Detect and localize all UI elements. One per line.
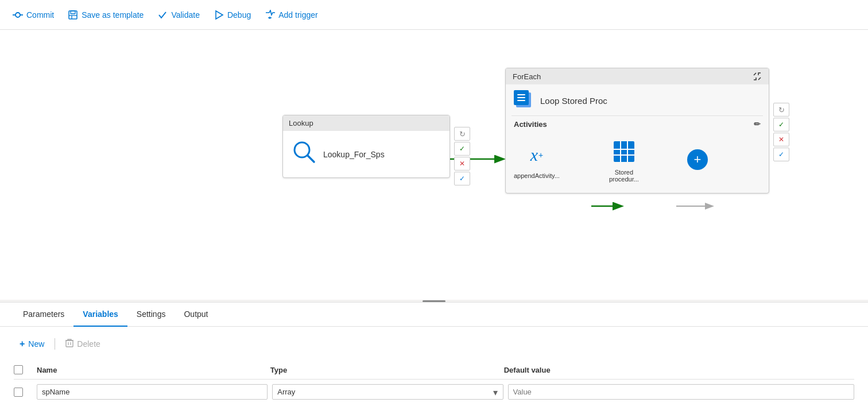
commit-label: Commit (26, 10, 54, 20)
foreach-rotate-btn[interactable]: ↻ (773, 103, 789, 117)
type-select-wrapper: Array String Boolean Integer (272, 384, 503, 400)
foreach-activities-label: Activities ✏ (506, 116, 769, 131)
trigger-icon (265, 10, 275, 20)
foreach-check-btn[interactable]: ✓ (773, 118, 789, 131)
toolbar: Commit Save as template Validate Debug (0, 0, 868, 30)
svg-rect-15 (614, 141, 634, 162)
stored-proc-label: Stored procedur... (601, 169, 647, 183)
plus-icon: + (20, 339, 25, 349)
commit-button[interactable]: Commit (7, 6, 60, 24)
delete-variable-button[interactable]: Delete (60, 335, 106, 353)
divider-handle (423, 300, 445, 302)
foreach-title-row: Loop Stored Proc (506, 84, 769, 115)
foreach-edit-icon[interactable]: ✏ (754, 119, 761, 129)
save-template-icon (68, 10, 78, 20)
append-activity-icon: x+ (522, 140, 552, 170)
add-activity-button[interactable]: + (687, 149, 708, 170)
validate-label: Validate (171, 10, 200, 20)
svg-rect-20 (66, 340, 73, 347)
debug-button[interactable]: Debug (208, 6, 257, 24)
svg-rect-3 (69, 11, 77, 19)
new-variable-button[interactable]: + New (14, 335, 50, 353)
add-trigger-label: Add trigger (278, 10, 317, 20)
save-template-label: Save as template (82, 10, 144, 20)
foreach-header: ForEach (506, 68, 769, 84)
svg-marker-7 (216, 11, 223, 19)
foreach-activities-area: x+ appendActivity... S (506, 131, 769, 193)
debug-icon (214, 10, 224, 20)
append-activity-label: appendActivity... (514, 172, 560, 179)
stored-proc-node[interactable]: Stored procedur... (601, 137, 647, 183)
bottom-tabs: Parameters Variables Settings Output (0, 303, 868, 327)
select-all-checkbox[interactable] (14, 365, 23, 374)
tab-settings[interactable]: Settings (127, 303, 175, 327)
commit-icon (13, 10, 23, 20)
svg-point-0 (16, 13, 20, 17)
canvas-area: Lookup Lookup_For_Sps ↻ ✓ ✕ ✓ ForEach (0, 30, 868, 300)
debug-label: Debug (227, 10, 251, 20)
lookup-node-body: Lookup_For_Sps (283, 131, 450, 177)
lookup-cross-btn[interactable]: ✕ (454, 157, 470, 171)
toolbar-divider (55, 338, 55, 350)
variables-content: + New Delete (0, 327, 868, 412)
default-value-input[interactable] (508, 384, 854, 400)
lookup-node[interactable]: Lookup Lookup_For_Sps ↻ ✓ ✕ ✓ (282, 115, 450, 178)
append-activity-node[interactable]: x+ appendActivity... (514, 140, 560, 179)
row-default-cell (508, 384, 854, 400)
col-type-header: Type (270, 366, 504, 374)
table-row: Array String Boolean Integer (14, 380, 854, 404)
foreach-right-actions: ↻ ✓ ✕ ✓ (773, 103, 789, 161)
lookup-icon (291, 139, 316, 169)
row-type-cell: Array String Boolean Integer (272, 384, 507, 400)
row-check (14, 388, 37, 397)
lookup-check2-btn[interactable]: ✓ (454, 172, 470, 185)
foreach-title-text: Loop Stored Proc (540, 96, 607, 106)
lookup-actions: ↻ ✓ ✕ ✓ (454, 127, 470, 185)
lookup-node-header: Lookup (283, 115, 450, 131)
header-check (14, 365, 37, 374)
lookup-rotate-btn[interactable]: ↻ (454, 127, 470, 141)
foreach-node[interactable]: ForEach (505, 68, 769, 193)
lookup-node-label: Lookup_For_Sps (323, 150, 385, 159)
table-header: Name Type Default value (14, 361, 854, 380)
stored-proc-icon (609, 137, 639, 167)
type-select[interactable]: Array String Boolean Integer (272, 384, 503, 400)
foreach-check2-btn[interactable]: ✓ (773, 148, 789, 161)
foreach-title-icon (514, 90, 534, 111)
trash-icon (65, 338, 73, 349)
add-trigger-button[interactable]: Add trigger (259, 6, 323, 24)
row-name-cell (37, 384, 272, 400)
validate-icon (157, 10, 168, 20)
foreach-cross-btn[interactable]: ✕ (773, 133, 789, 146)
validate-button[interactable]: Validate (152, 6, 206, 24)
name-input[interactable] (37, 384, 268, 400)
tab-variables[interactable]: Variables (73, 303, 127, 327)
row-checkbox[interactable] (14, 388, 23, 397)
lookup-check-btn[interactable]: ✓ (454, 142, 470, 156)
save-template-button[interactable]: Save as template (62, 6, 149, 24)
svg-line-14 (308, 156, 314, 162)
col-default-header: Default value (504, 366, 854, 374)
foreach-expand-btn[interactable] (753, 72, 762, 81)
tab-parameters[interactable]: Parameters (14, 303, 73, 327)
tab-output[interactable]: Output (175, 303, 217, 327)
variables-toolbar: + New Delete (14, 335, 854, 353)
bottom-panel: Parameters Variables Settings Output + N… (0, 302, 868, 418)
col-name-header: Name (37, 366, 270, 374)
